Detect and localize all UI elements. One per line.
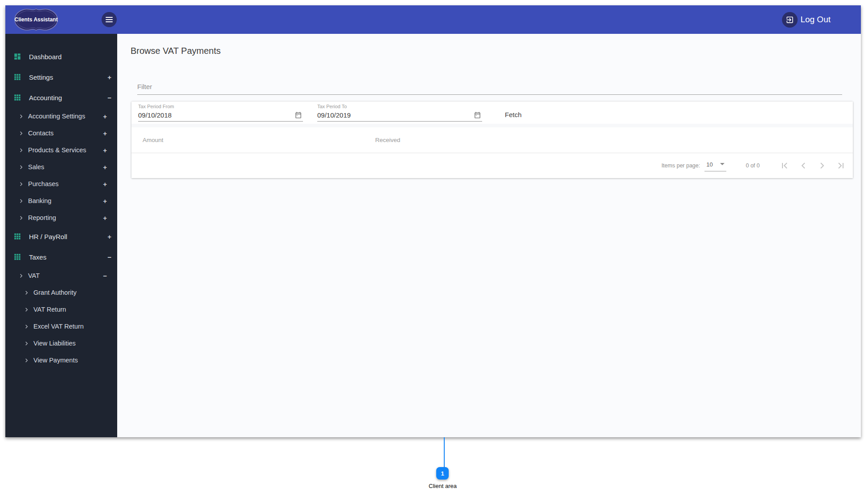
sidebar-item-grant-authority[interactable]: Grant Authority <box>5 284 117 301</box>
chevron-right-icon <box>19 114 24 119</box>
sidebar-item-label: Banking <box>28 197 51 204</box>
sidebar-item-label: Dashboard <box>29 53 61 61</box>
sidebar-item-label: VAT Return <box>33 306 66 313</box>
tax-period-from-label: Tax Period From <box>138 104 303 109</box>
plus-icon[interactable]: + <box>103 147 107 154</box>
sidebar-item-view-liabilities[interactable]: View Liabilities <box>5 335 117 352</box>
chevron-right-icon <box>19 148 24 153</box>
plus-icon[interactable]: + <box>107 233 111 240</box>
plus-icon[interactable]: + <box>103 181 107 187</box>
items-per-page-value: 10 <box>706 161 712 168</box>
sidebar-item-label: VAT <box>28 272 40 279</box>
plus-icon[interactable]: + <box>107 74 111 81</box>
apps-icon <box>13 94 21 102</box>
tax-period-from-field: Tax Period From <box>138 104 303 122</box>
sidebar-item-taxes[interactable]: Taxes− <box>5 247 117 267</box>
sidebar-item-contacts[interactable]: Contacts+ <box>5 125 117 142</box>
sidebar-item-label: Taxes <box>29 253 46 261</box>
calendar-icon[interactable] <box>474 111 481 119</box>
chevron-right-icon <box>24 324 29 329</box>
sidebar-item-label: View Payments <box>33 357 78 364</box>
chevron-right-icon <box>19 182 24 187</box>
menu-icon <box>106 17 113 18</box>
plus-icon[interactable]: + <box>103 130 107 137</box>
last-page-icon <box>835 160 846 171</box>
sidebar-item-hr-payroll[interactable]: HR / PayRoll+ <box>5 226 117 247</box>
previous-page-button[interactable] <box>797 160 809 172</box>
logout-exit-icon <box>782 12 798 28</box>
page: Clients Assistant Log Out DashboardSetti… <box>0 0 868 496</box>
chevron-right-icon <box>24 307 29 312</box>
tax-period-to-input[interactable] <box>317 111 451 119</box>
tax-period-from-input[interactable] <box>138 111 272 119</box>
sidebar-item-accounting-settings[interactable]: Accounting Settings+ <box>5 108 117 125</box>
dashboard-icon <box>13 53 21 61</box>
chevron-right-icon <box>24 290 29 295</box>
sidebar-item-view-payments[interactable]: View Payments <box>5 352 117 369</box>
apps-icon <box>13 232 21 240</box>
filter-input[interactable] <box>137 81 842 94</box>
sidebar-item-accounting[interactable]: Accounting− <box>5 87 117 108</box>
sidebar-item-purchases[interactable]: Purchases+ <box>5 175 117 192</box>
sidebar-nav: DashboardSettings+Accounting−Accounting … <box>5 34 117 437</box>
menu-button[interactable] <box>102 12 117 27</box>
apps-icon <box>13 73 21 81</box>
sidebar-item-label: View Liabilities <box>33 340 76 347</box>
vat-payments-card: Tax Period From Tax Period To <box>131 102 853 178</box>
chevron-right-icon <box>19 131 24 136</box>
table-header-row: Amount Received <box>131 127 853 153</box>
callout-label: Client area <box>416 483 470 489</box>
callout-line <box>444 437 445 468</box>
chevron-right-icon <box>24 358 29 363</box>
sidebar-item-sales[interactable]: Sales+ <box>5 159 117 175</box>
paginator-range-label: 0 of 0 <box>746 163 760 169</box>
app-logo[interactable]: Clients Assistant <box>12 8 61 32</box>
chevron-right-icon <box>19 165 24 170</box>
apps-icon <box>13 253 21 261</box>
items-per-page-select[interactable]: 10 <box>704 160 726 171</box>
plus-icon[interactable]: + <box>103 113 107 120</box>
sidebar-item-label: Accounting Settings <box>28 113 85 120</box>
sidebar-item-label: Reporting <box>28 214 56 221</box>
first-page-button[interactable] <box>778 160 790 172</box>
sidebar-item-label: Purchases <box>28 180 59 187</box>
chevron-right-icon <box>19 273 24 278</box>
minus-icon[interactable]: − <box>103 272 107 279</box>
sidebar-item-products-services[interactable]: Products & Services+ <box>5 142 117 159</box>
section-separator <box>131 124 853 127</box>
sidebar-item-vat-return[interactable]: VAT Return <box>5 301 117 318</box>
chevron-right-icon <box>24 341 29 346</box>
items-per-page-label: Items per page: <box>661 163 700 169</box>
sidebar-item-excel-vat-return[interactable]: Excel VAT Return <box>5 318 117 335</box>
sidebar-item-banking[interactable]: Banking+ <box>5 192 117 209</box>
paginator: Items per page: 10 0 of 0 <box>131 153 853 178</box>
page-title: Browse VAT Payments <box>131 46 221 56</box>
chevron-right-icon <box>19 215 24 220</box>
column-header-received: Received <box>375 127 400 153</box>
sidebar-item-label: Excel VAT Return <box>33 323 84 330</box>
plus-icon[interactable]: + <box>103 198 107 204</box>
last-page-button[interactable] <box>835 160 847 172</box>
plus-icon[interactable]: + <box>103 215 107 221</box>
logo-text: Clients Assistant <box>12 8 61 32</box>
sidebar-item-label: Settings <box>29 73 53 81</box>
column-header-amount: Amount <box>143 127 164 153</box>
plus-icon[interactable]: + <box>103 164 107 171</box>
sidebar-item-reporting[interactable]: Reporting+ <box>5 209 117 226</box>
first-page-icon <box>779 160 790 171</box>
logout-button[interactable]: Log Out <box>782 5 831 34</box>
sidebar-item-vat[interactable]: VAT− <box>5 267 117 284</box>
calendar-icon[interactable] <box>295 111 302 119</box>
chevron-down-icon <box>720 163 725 165</box>
next-page-button[interactable] <box>816 160 828 172</box>
next-page-icon <box>817 160 827 171</box>
client-area-app: Clients Assistant Log Out DashboardSetti… <box>5 5 861 437</box>
sidebar-item-dashboard[interactable]: Dashboard <box>5 46 117 67</box>
tax-period-to-label: Tax Period To <box>317 104 482 109</box>
sidebar-item-label: Products & Services <box>28 146 86 154</box>
fetch-button[interactable]: Fetch <box>498 107 529 122</box>
previous-page-icon <box>798 160 809 171</box>
sidebar-item-settings[interactable]: Settings+ <box>5 67 117 87</box>
minus-icon[interactable]: − <box>107 254 111 260</box>
minus-icon[interactable]: − <box>107 94 111 101</box>
